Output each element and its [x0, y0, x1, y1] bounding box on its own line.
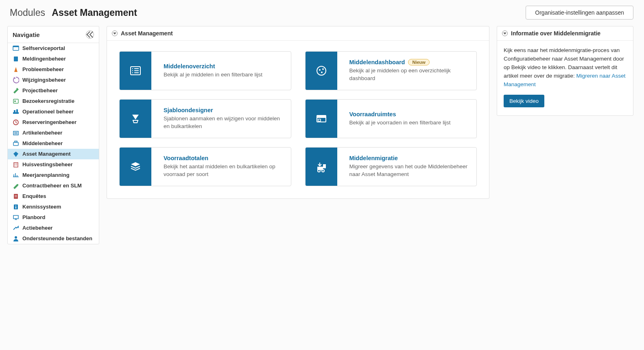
- sidebar-item-probleembeheer[interactable]: Probleembeheer: [8, 64, 99, 75]
- diamond-icon: [13, 151, 19, 157]
- card-title: Middelenoverzicht: [164, 63, 215, 70]
- breadcrumb: Modules Asset Management: [10, 7, 137, 18]
- breadcrumb-modules[interactable]: Modules: [10, 7, 45, 18]
- sidebar-item-huisvestingsbeheer[interactable]: Huisvestingsbeheer: [8, 159, 99, 170]
- pen-icon: [13, 183, 19, 189]
- org-settings-button[interactable]: Organisatie-instellingen aanpassen: [526, 6, 633, 20]
- design-icon: [120, 100, 151, 138]
- sidebar-item-wijzigingsbeheer[interactable]: Wijzigingsbeheer: [8, 75, 99, 85]
- sidebar-item-label: Ondersteunende bestanden: [22, 235, 92, 242]
- change-icon: [13, 77, 19, 83]
- page-header: Modules Asset Management Organisatie-ins…: [7, 6, 633, 20]
- migrate-icon: [306, 148, 337, 186]
- card-middelenoverzicht[interactable]: MiddelenoverzichtBekijk al je middelen i…: [119, 51, 291, 90]
- action-icon: [13, 225, 19, 231]
- sidebar-item-label: Artikelenbeheer: [22, 130, 62, 136]
- sidebar-item-label: Probleembeheer: [22, 66, 64, 73]
- stockroom-icon: [306, 100, 337, 138]
- clock-icon: [13, 119, 19, 126]
- main-panel-header[interactable]: Asset Management: [107, 26, 489, 41]
- card-desc: Migreer gegevens van het oude Middelenbe…: [349, 163, 469, 178]
- card-voorraadruimtes[interactable]: VoorraadruimtesBekijk al je voorraden in…: [305, 99, 477, 138]
- sidebar-item-label: Selfserviceportal: [22, 45, 65, 52]
- sidebar-item-asset-management[interactable]: Asset Management: [8, 149, 99, 159]
- sidebar-item-label: Operationeel beheer: [22, 109, 74, 115]
- sidebar-item-label: Planbord: [22, 214, 45, 221]
- sidebar-item-projectbeheer[interactable]: Projectbeheer: [8, 85, 99, 96]
- sidebar-title: Navigatie: [13, 31, 40, 38]
- card-desc: Bekijk al je middelen in een filterbare …: [164, 71, 262, 79]
- info-panel-header[interactable]: Informatie over Middelenmigratie: [497, 26, 633, 41]
- building-icon: [13, 161, 19, 168]
- sidebar-item-enquetes[interactable]: Enquêtes: [8, 191, 99, 202]
- board-icon: [13, 214, 19, 221]
- sidebar-item-ondersteunende-bestanden[interactable]: Ondersteunende bestanden: [8, 233, 99, 244]
- sidebar-item-label: Projectbeheer: [22, 87, 58, 94]
- assets-icon: [13, 140, 19, 147]
- card-middelenmigratie[interactable]: MiddelenmigratieMigreer gegevens van het…: [305, 147, 477, 186]
- sidebar-item-operationeel-beheer[interactable]: Operationeel beheer: [8, 107, 99, 117]
- timeline-icon: [13, 172, 19, 178]
- user-icon: [13, 235, 19, 242]
- card-middelendashboard[interactable]: MiddelendashboardNieuwBekijk al je midde…: [305, 51, 477, 90]
- sidebar-item-meldingenbeheer[interactable]: Meldingenbeheer: [8, 54, 99, 64]
- card-title: Middelenmigratie: [349, 155, 398, 161]
- chevron-left-double-icon: [86, 31, 94, 38]
- ops-icon: [13, 109, 19, 115]
- sidebar-item-kennissysteem[interactable]: Kennissysteem: [8, 202, 99, 212]
- sidebar-item-label: Wijzigingsbeheer: [22, 77, 66, 83]
- collapse-icon: [112, 30, 118, 36]
- info-icon: [13, 204, 19, 210]
- sidebar-item-label: Meldingenbeheer: [22, 56, 66, 62]
- main-panel-title: Asset Management: [121, 30, 173, 37]
- sidebar-item-meerjarenplanning[interactable]: Meerjarenplanning: [8, 170, 99, 180]
- sidebar-item-reserveringenbeheer[interactable]: Reserveringenbeheer: [8, 117, 99, 128]
- card-title: Voorraadtotalen: [164, 155, 208, 161]
- card-desc: Sjablonen aanmaken en wijzigen voor midd…: [164, 115, 283, 130]
- portal-icon: [13, 45, 19, 52]
- sidebar-item-label: Bezoekersregistratie: [22, 98, 74, 104]
- sidebar-item-label: Enquêtes: [22, 193, 46, 200]
- card-sjabloondesigner[interactable]: SjabloondesignerSjablonen aanmaken en wi…: [119, 99, 291, 138]
- card-desc: Bekijk het aantal middelen en bulkartike…: [164, 163, 283, 178]
- main-panel: Asset Management MiddelenoverzichtBekijk…: [107, 26, 489, 199]
- watch-video-button[interactable]: Bekijk video: [504, 95, 544, 107]
- survey-icon: [13, 193, 19, 200]
- sidebar-item-label: Actiebeheer: [22, 225, 52, 231]
- info-panel-title: Informatie over Middelenmigratie: [511, 30, 600, 37]
- card-desc: Bekijk al je middelen op een overzichtel…: [349, 67, 469, 83]
- sidebar-item-middelenbeheer[interactable]: Middelenbeheer: [8, 138, 99, 149]
- sidebar-item-label: Reserveringenbeheer: [22, 119, 76, 126]
- sidebar-item-actiebeheer[interactable]: Actiebeheer: [8, 223, 99, 233]
- sidebar-item-label: Meerjarenplanning: [22, 172, 70, 178]
- sidebar-item-selfserviceportal[interactable]: Selfserviceportal: [8, 43, 99, 54]
- sidebar-item-bezoekersregistratie[interactable]: Bezoekersregistratie: [8, 96, 99, 107]
- sidebar-item-artikelenbeheer[interactable]: Artikelenbeheer: [8, 128, 99, 138]
- sidebar-item-label: Middelenbeheer: [22, 140, 63, 147]
- list-icon: [120, 52, 151, 90]
- breadcrumb-current: Asset Management: [52, 7, 137, 18]
- sidebar-nav: Navigatie SelfserviceportalMeldingenbehe…: [7, 26, 99, 244]
- card-desc: Bekijk al je voorraden in een filterbare…: [349, 119, 451, 127]
- hammer-icon: [13, 87, 19, 94]
- stack-icon: [120, 148, 151, 186]
- dashboard-icon: [306, 52, 337, 90]
- sidebar-item-planbord[interactable]: Planbord: [8, 212, 99, 223]
- articles-icon: [13, 130, 19, 136]
- sidebar-item-label: Asset Management: [22, 151, 70, 157]
- card-title: Sjabloondesigner: [164, 107, 213, 113]
- sidebar-item-label: Huisvestingsbeheer: [22, 161, 73, 168]
- new-badge: Nieuw: [408, 59, 429, 65]
- sidebar-item-contractbeheer-en-slm[interactable]: Contractbeheer en SLM: [8, 180, 99, 191]
- sidebar-collapse-button[interactable]: [86, 30, 94, 39]
- incident-icon: [13, 56, 19, 62]
- info-panel: Informatie over Middelenmigratie Kijk ee…: [497, 26, 633, 116]
- card-title: Middelendashboard: [349, 59, 405, 65]
- collapse-icon: [502, 30, 508, 36]
- cone-icon: [13, 66, 19, 73]
- sidebar-item-label: Contractbeheer en SLM: [22, 183, 82, 189]
- card-voorraadtotalen[interactable]: VoorraadtotalenBekijk het aantal middele…: [119, 147, 291, 186]
- card-title: Voorraadruimtes: [349, 111, 396, 117]
- visitor-icon: [13, 98, 19, 104]
- sidebar-item-label: Kennissysteem: [22, 204, 61, 210]
